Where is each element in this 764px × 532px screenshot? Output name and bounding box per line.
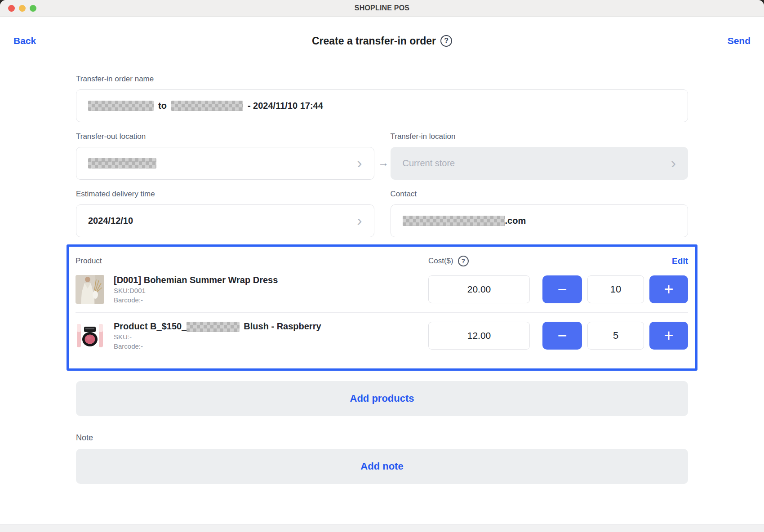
product-name: Product B_$150_Blush - Raspberry <box>114 320 321 332</box>
product-name: [D001] Bohemian Summer Wrap Dress <box>114 274 278 286</box>
redacted-text <box>403 216 505 226</box>
redacted-text <box>88 158 156 168</box>
cost-column-label: Cost($) ? <box>428 256 469 266</box>
product-row: [D001] Bohemian Summer Wrap Dress SKU:D0… <box>76 266 688 312</box>
cost-input[interactable]: 20.00 <box>428 275 530 303</box>
product-row: Product B_$150_Blush - Raspberry SKU:- B… <box>76 312 688 359</box>
decrease-quantity-button[interactable]: − <box>542 275 582 303</box>
product-barcode: Barcode:- <box>114 295 278 305</box>
transfer-out-label: Transfer-out location <box>76 132 374 141</box>
cost-help-icon[interactable]: ? <box>458 256 469 266</box>
minus-icon: − <box>557 281 567 297</box>
transfer-in-value: Current store <box>403 158 455 168</box>
cost-label-text: Cost($) <box>428 257 453 266</box>
edit-button[interactable]: Edit <box>672 256 688 266</box>
delivery-time-label: Estimated delivery time <box>76 190 374 199</box>
quantity-input[interactable]: 5 <box>587 322 644 350</box>
redacted-text <box>171 101 243 111</box>
page-header: Back Create a transfer-in order ? Send <box>0 17 764 65</box>
add-products-button[interactable]: Add products <box>76 381 688 416</box>
product-name-prefix: Product B_$150_ <box>114 321 187 331</box>
bottom-strip <box>0 524 764 532</box>
transfer-in-select: Current store › <box>391 147 688 180</box>
delivery-time-select[interactable]: 2024/12/10 › <box>76 204 374 237</box>
app-title: SHOPLINE POS <box>355 4 409 12</box>
cost-input[interactable]: 12.00 <box>428 322 530 350</box>
order-name-label: Transfer-in order name <box>76 75 688 84</box>
zoom-window-icon[interactable] <box>30 5 36 12</box>
send-button[interactable]: Send <box>728 35 751 46</box>
locations-row: Transfer-out location › → Transfer-in lo… <box>76 132 688 180</box>
product-section-header: Product Cost($) ? Edit <box>76 256 688 266</box>
form-content: Transfer-in order name to - 2024/11/10 1… <box>0 75 764 484</box>
window-controls <box>8 0 36 16</box>
transfer-arrow-icon: → <box>377 156 390 169</box>
close-window-icon[interactable] <box>8 5 15 12</box>
product-barcode: Barcode:- <box>114 341 321 351</box>
delivery-contact-row: Estimated delivery time 2024/12/10 › Con… <box>76 190 688 237</box>
app-window: SHOPLINE POS Back Create a transfer-in o… <box>0 0 764 532</box>
minus-icon: − <box>557 328 567 344</box>
add-note-button[interactable]: Add note <box>76 449 688 484</box>
page-title: Create a transfer-in order ? <box>0 35 764 47</box>
plus-icon: + <box>664 328 673 344</box>
plus-icon: + <box>664 281 673 297</box>
help-icon[interactable]: ? <box>440 35 452 47</box>
quantity-input[interactable]: 10 <box>587 275 644 303</box>
order-name-date: - 2024/11/10 17:44 <box>248 101 323 111</box>
product-section: Product Cost($) ? Edit <box>67 244 697 371</box>
contact-domain: .com <box>505 216 526 226</box>
product-sku: SKU:- <box>114 332 321 341</box>
order-name-input[interactable]: to - 2024/11/10 17:44 <box>76 89 688 122</box>
transfer-in-label: Transfer-in location <box>391 132 688 141</box>
titlebar: SHOPLINE POS <box>0 0 764 17</box>
minimize-window-icon[interactable] <box>19 5 26 12</box>
product-image-dress <box>76 275 104 304</box>
decrease-quantity-button[interactable]: − <box>542 322 582 350</box>
note-label: Note <box>76 433 688 443</box>
product-column-label: Product <box>76 257 428 266</box>
order-name-connector: to <box>158 101 167 111</box>
product-sku: SKU:D001 <box>114 286 278 295</box>
increase-quantity-button[interactable]: + <box>649 322 688 350</box>
redacted-text <box>187 322 240 332</box>
product-image-blush <box>76 321 104 350</box>
increase-quantity-button[interactable]: + <box>649 275 688 303</box>
delivery-time-value: 2024/12/10 <box>88 216 133 226</box>
product-name-suffix: Blush - Raspberry <box>244 321 321 331</box>
page-title-text: Create a transfer-in order <box>312 35 436 47</box>
contact-input[interactable]: .com <box>391 204 688 237</box>
redacted-text <box>88 101 154 111</box>
contact-label: Contact <box>391 190 688 199</box>
transfer-out-select[interactable]: › <box>76 147 374 180</box>
